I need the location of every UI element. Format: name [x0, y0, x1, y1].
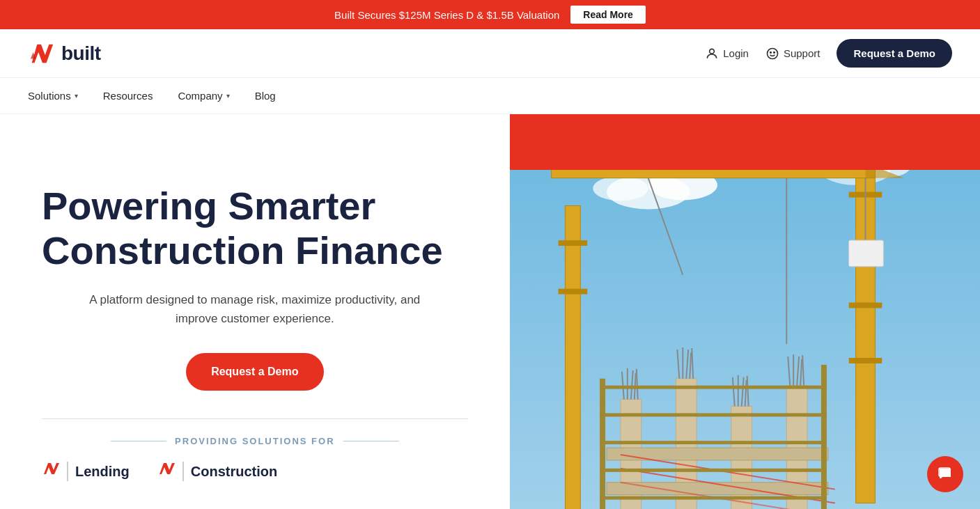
solution-divider-1 — [67, 462, 68, 481]
hero-right — [510, 114, 980, 509]
svg-rect-60 — [600, 469, 827, 472]
user-icon — [705, 47, 719, 61]
svg-rect-22 — [848, 240, 883, 267]
svg-point-67 — [944, 471, 947, 473]
chevron-down-icon: ▾ — [75, 92, 78, 100]
svg-point-2 — [770, 52, 772, 53]
header-right: Login Support Request a Demo — [705, 39, 952, 68]
built-icon-lending — [42, 460, 60, 483]
login-link[interactable]: Login — [705, 47, 749, 61]
nav-blog[interactable]: Blog — [255, 90, 276, 102]
login-label: Login — [723, 47, 749, 59]
svg-rect-13 — [848, 302, 882, 308]
top-banner: Built Secures $125M Series D & $1.5B Val… — [0, 0, 980, 29]
solutions-label: PROVIDING SOLUTIONS FOR — [42, 436, 468, 446]
hero-left: Powering Smarter Construction Finance A … — [0, 114, 510, 509]
svg-point-68 — [947, 471, 949, 473]
nav-solutions[interactable]: Solutions ▾ — [28, 90, 78, 102]
construction-label: Construction — [191, 464, 277, 480]
logo-text: built — [61, 42, 101, 65]
svg-rect-59 — [600, 441, 827, 444]
construction-scene-svg — [510, 170, 980, 509]
banner-message: Built Secures $125M Series D & $1.5B Val… — [334, 9, 559, 21]
support-label: Support — [784, 47, 820, 59]
svg-rect-15 — [551, 170, 875, 178]
chat-widget[interactable] — [927, 456, 963, 492]
svg-rect-14 — [848, 358, 882, 363]
construction-image — [510, 170, 980, 509]
chevron-down-icon-company: ▾ — [226, 92, 230, 100]
svg-point-3 — [774, 52, 775, 53]
svg-rect-58 — [600, 413, 827, 416]
support-link[interactable]: Support — [765, 47, 820, 61]
svg-point-0 — [710, 49, 715, 54]
svg-point-7 — [593, 176, 648, 201]
nav-solutions-label: Solutions — [28, 90, 71, 102]
svg-point-1 — [767, 48, 777, 58]
lending-label: Lending — [75, 464, 130, 480]
solutions-section: PROVIDING SOLUTIONS FOR Lending — [42, 418, 468, 483]
solutions-items: Lending Construction — [42, 460, 468, 483]
headset-icon — [765, 47, 779, 61]
chat-icon — [937, 466, 954, 483]
built-logo-icon — [28, 40, 54, 67]
main-nav: Solutions ▾ Resources Company ▾ Blog — [0, 78, 980, 114]
hero-cta-button[interactable]: Request a Demo — [186, 353, 323, 391]
main-content: Powering Smarter Construction Finance A … — [0, 114, 980, 509]
header-demo-button[interactable]: Request a Demo — [837, 39, 952, 68]
svg-rect-25 — [558, 289, 587, 295]
solution-construction[interactable]: Construction — [157, 460, 277, 483]
built-icon-construction — [157, 460, 176, 483]
nav-resources-label: Resources — [103, 90, 153, 102]
nav-blog-label: Blog — [255, 90, 276, 102]
hero-subtitle: A platform designed to manage risk, maxi… — [81, 290, 429, 328]
logo[interactable]: built — [28, 40, 101, 67]
solution-divider-2 — [182, 462, 184, 481]
read-more-button[interactable]: Read More — [570, 6, 646, 24]
svg-rect-24 — [558, 240, 587, 246]
hero-title: Powering Smarter Construction Finance — [42, 184, 446, 274]
svg-rect-23 — [565, 205, 580, 509]
svg-rect-61 — [600, 496, 827, 500]
nav-company[interactable]: Company ▾ — [178, 90, 229, 102]
header: built Login Support Request a Demo — [0, 29, 980, 78]
svg-point-66 — [942, 471, 944, 473]
solution-lending[interactable]: Lending — [42, 460, 130, 483]
svg-rect-57 — [600, 386, 827, 389]
nav-resources[interactable]: Resources — [103, 90, 153, 102]
nav-company-label: Company — [178, 90, 222, 102]
